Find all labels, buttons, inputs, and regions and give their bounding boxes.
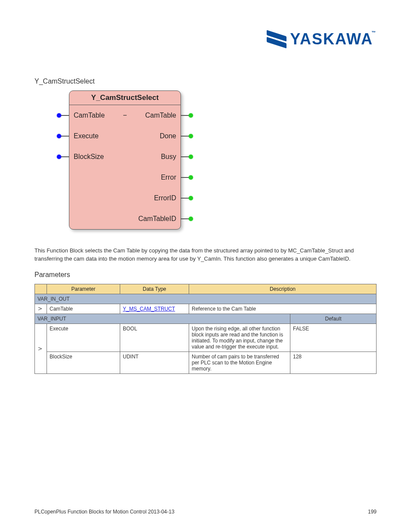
- pin-dot-output: [189, 113, 193, 118]
- fb-output-label: Busy: [161, 153, 176, 161]
- param-cell: Execute: [47, 324, 120, 352]
- io-cell: V: [35, 324, 47, 373]
- page-footer: PLCopenPlus Function Blocks for Motion C…: [34, 509, 377, 515]
- pin-dot-output: [189, 155, 193, 159]
- table-row: BlockSize UDINT Number of cam pairs to b…: [35, 352, 377, 373]
- fb-input-label: Execute: [74, 132, 99, 140]
- fb-output-label: Done: [160, 132, 176, 140]
- pin-dot-output: [189, 196, 193, 200]
- fb-row: BlockSizeBusy: [69, 146, 181, 167]
- table-category-row: VAR_IN_OUT: [35, 294, 377, 304]
- fb-output-label: Error: [161, 174, 176, 181]
- pin-dot-input: [57, 134, 61, 138]
- fb-input-label: CamTable: [74, 112, 105, 119]
- fb-output-label: CamTableID: [138, 215, 176, 223]
- footer-doc: PLCopenPlus Function Blocks for Motion C…: [34, 509, 174, 515]
- brand-text: YASKAWA™: [290, 30, 377, 48]
- desc-cell: Reference to the Cam Table: [189, 304, 377, 314]
- fb-row: Error: [69, 167, 181, 188]
- dash-icon: −: [123, 112, 127, 119]
- block-description: This Function Block selects the Cam Tabl…: [34, 247, 377, 263]
- pin-dot-output: [189, 217, 193, 221]
- table-row: V CamTable Y_MS_CAM_STRUCT Reference to …: [35, 304, 377, 314]
- table-header: Description: [189, 284, 377, 294]
- default-cell: 128: [290, 352, 377, 373]
- fb-row: CamTable−CamTable: [69, 105, 181, 126]
- type-cell: UDINT: [120, 352, 189, 373]
- default-cell: FALSE: [290, 324, 377, 352]
- param-cell: BlockSize: [47, 352, 120, 373]
- fb-row: ExecuteDone: [69, 126, 181, 146]
- footer-page: 199: [368, 509, 377, 515]
- brand-logo: YASKAWA™: [267, 30, 377, 48]
- io-cell: V: [35, 304, 47, 314]
- table-default-header: Default: [290, 314, 377, 324]
- type-cell[interactable]: Y_MS_CAM_STRUCT: [120, 304, 189, 314]
- pin-dot-input: [57, 155, 61, 159]
- block-name-heading: Y_CamStructSelect: [34, 78, 377, 85]
- fb-input-label: BlockSize: [74, 153, 104, 161]
- table-category: VAR_INPUT: [35, 314, 290, 324]
- pin-dot-output: [189, 134, 193, 138]
- desc-cell: Number of cam pairs to be transferred pe…: [189, 352, 290, 373]
- function-block-diagram: Y_CamStructSelect CamTable−CamTableExecu…: [69, 90, 181, 230]
- parameters-table: Parameter Data Type Description VAR_IN_O…: [34, 284, 377, 374]
- table-category: VAR_IN_OUT: [35, 294, 377, 304]
- fb-output-label: ErrorID: [154, 194, 176, 202]
- table-header: Parameter: [47, 284, 120, 294]
- type-cell: BOOL: [120, 324, 189, 352]
- table-row: V Execute BOOL Upon the rising edge, all…: [35, 324, 377, 352]
- table-header: Data Type: [120, 284, 189, 294]
- table-category-row: VAR_INPUT Default: [35, 314, 377, 324]
- table-header-row: Parameter Data Type Description: [35, 284, 377, 294]
- desc-cell: Upon the rising edge, all other function…: [189, 324, 290, 352]
- fb-row: ErrorID: [69, 188, 181, 208]
- table-header: [35, 284, 47, 294]
- fb-title: Y_CamStructSelect: [69, 91, 181, 105]
- param-cell: CamTable: [47, 304, 120, 314]
- pin-dot-input: [57, 113, 61, 118]
- fb-row: CamTableID: [69, 208, 181, 229]
- pin-dot-output: [189, 175, 193, 180]
- parameters-heading: Parameters: [34, 271, 377, 279]
- brand-mark: [267, 31, 286, 48]
- fb-output-label: CamTable: [145, 112, 176, 119]
